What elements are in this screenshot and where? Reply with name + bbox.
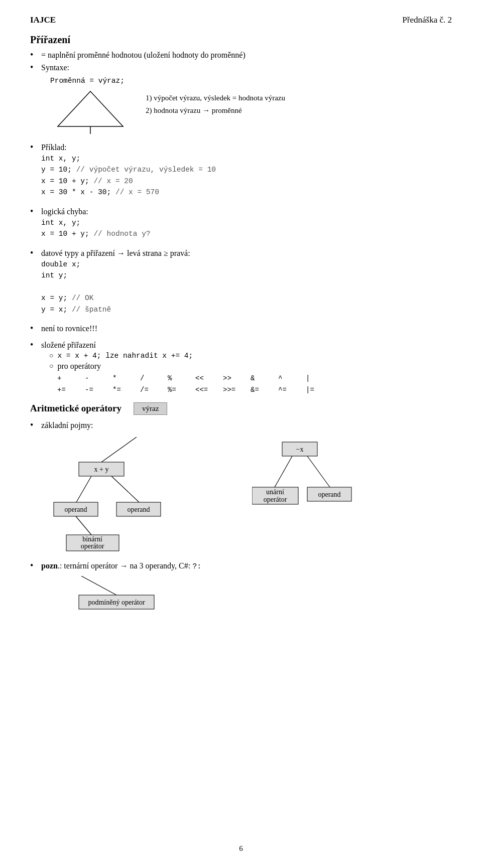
syntaxe-diagram: 1) výpočet výrazu, výsledek = hodnota vý… [50, 89, 452, 136]
op-shl: << [195, 373, 223, 384]
svg-line-11 [76, 516, 91, 535]
vyraz-label: výraz [142, 404, 159, 412]
op-minus: - [85, 373, 112, 384]
op-shreq: >>= [223, 384, 251, 395]
bullet-neni: • není to rovnice!!! [30, 324, 452, 334]
slozene-item-1: ○ x = x + 4; lze nahradit x += 4; [49, 352, 452, 360]
op-oreq: |= [306, 384, 333, 395]
binary-diagram-svg: x + y operand operand [51, 437, 222, 552]
op-pluseq: += [57, 384, 85, 395]
svg-text:−x: −x [296, 446, 304, 453]
op-mod: % [168, 373, 195, 384]
svg-text:operand: operand [127, 506, 150, 513]
bullet-meaning-text: = naplnění proměnné hodnotou (uložení ho… [41, 51, 452, 60]
bullet-slozene: • složené přiřazení ○ x = x + 4; lze nah… [30, 341, 452, 395]
zakladni-label: základní pojmy: [41, 421, 93, 429]
comment-2: // x = 20 [93, 177, 133, 185]
bullet-syntaxe: • Syntaxe: [30, 63, 452, 73]
diagram-binary: x + y operand operand [51, 437, 222, 552]
svg-text:binární: binární [82, 535, 102, 543]
bullet-icon-6: • [30, 323, 41, 334]
priklad-label: Příklad: [41, 143, 67, 152]
bullet-meaning: • = naplnění proměnné hodnotou (uložení … [30, 51, 452, 60]
section-datove: • datové typy a přiřazení → levá strana … [30, 249, 452, 317]
slozene-item-1-text: x = x + 4; lze nahradit x += 4; [57, 352, 193, 360]
priklad-line-3: x = 10 + y; // x = 20 [41, 176, 452, 187]
steps-block: 1) výpočet výrazu, výsledek = hodnota vý… [146, 94, 285, 115]
operators-row1: + - * / % << >> & ^ | [57, 373, 452, 384]
neni-text: není to rovnice!!! [41, 324, 452, 333]
op-or: | [306, 373, 333, 384]
op-and: & [251, 373, 278, 384]
priklad-line-4: x = 30 * x - 30; // x = 570 [41, 187, 452, 198]
priklad-content: Příklad: int x, y; y = 10; // výpočet vý… [41, 143, 452, 200]
vyraz-box: výraz [134, 402, 167, 415]
datove-content: datové typy a přiřazení → levá strana ≥ … [41, 249, 452, 317]
op-muleq: *= [112, 384, 140, 395]
op-shr: >> [223, 373, 251, 384]
int-keyword-3: int [41, 271, 54, 279]
svg-line-24 [81, 576, 116, 595]
bullet-zakladni: • základní pojmy: x + y [30, 421, 452, 552]
section-priklad: • Příklad: int x, y; y = 10; // výpočet … [30, 143, 452, 200]
svg-line-2 [101, 437, 137, 462]
svg-marker-0 [58, 91, 123, 126]
page-header: IAJCE Přednáška č. 2 [30, 15, 452, 25]
section-logicka-chyba: • logická chyba: int x, y; x = 10 + y; /… [30, 207, 452, 242]
arith-header: Aritmetické operátory výraz [30, 402, 452, 415]
slozene-label: složené přiřazení [41, 341, 96, 349]
logicka-line-2: x = 10 + y; // hodnota y? [41, 228, 452, 239]
pozn-label: pozn.: ternární operátor → na 3 operandy… [41, 561, 201, 570]
svg-line-6 [111, 476, 139, 502]
datove-line-4: x = y; // OK [41, 293, 452, 304]
operators-row2: += -= *= /= %= <<= >>= &= ^= |= [57, 384, 452, 395]
podmineny-svg: podmíněný operátor [71, 576, 172, 616]
arith-title: Aritmetické operátory [30, 403, 122, 414]
operators-table: + - * / % << >> & ^ | += -= *= /= %= [57, 373, 452, 395]
bullet-icon-7: • [30, 340, 41, 350]
bullet-pozn: • pozn.: ternární operátor → na 3 operan… [30, 561, 452, 618]
bullet-icon-2: • [30, 62, 41, 73]
datove-label: datové typy a přiřazení → levá strana ≥ … [41, 249, 190, 257]
triangle-svg [50, 89, 131, 134]
comment-1: // výpočet výrazu, výsledek = 10 [76, 166, 216, 174]
datove-line-2: int y; [41, 270, 452, 281]
circle-bullet-2: ○ [49, 362, 53, 370]
comment-6: // špatně [72, 306, 111, 314]
section-pozn: • pozn.: ternární operátor → na 3 operan… [30, 561, 452, 618]
triangle-diagram [50, 89, 131, 136]
course-title: IAJCE [30, 15, 56, 25]
unary-diagram-svg: −x unární operátor operand [252, 437, 363, 532]
circle-bullet-1: ○ [49, 352, 53, 360]
op-xor: ^ [278, 373, 306, 384]
svg-text:operand: operand [64, 506, 87, 513]
bullet-icon-5: • [30, 248, 41, 258]
svg-text:operátor: operátor [81, 542, 104, 550]
int-keyword-1: int [41, 155, 54, 163]
bullet-priklad: • Příklad: int x, y; y = 10; // výpočet … [30, 143, 452, 200]
bullet-icon: • [30, 50, 41, 60]
op-div: / [140, 373, 168, 384]
bullet-syntaxe-text: Syntaxe: [41, 63, 452, 72]
int-keyword-2: int [41, 219, 54, 227]
bullet-icon-4: • [30, 206, 41, 217]
logicka-code: int x, y; x = 10 + y; // hodnota y? [41, 217, 452, 240]
section-neni: • není to rovnice!!! [30, 324, 452, 334]
logicka-content: logická chyba: int x, y; x = 10 + y; // … [41, 207, 452, 242]
op-diveq: /= [140, 384, 168, 395]
op-plus: + [57, 373, 85, 384]
datove-line-5: y = x; // špatně [41, 304, 452, 315]
slozene-item-2-text: pro operátory [57, 362, 101, 371]
section-slozene: • složené přiřazení ○ x = x + 4; lze nah… [30, 341, 452, 395]
step2-text: 2) hodnota výrazu → proměnné [146, 106, 285, 115]
datove-code: double x; int y; x = y; // OK y = x; // … [41, 259, 452, 315]
priklad-line-2: y = 10; // výpočet výrazu, výsledek = 10 [41, 164, 452, 175]
step1-text: 1) výpočet výrazu, výsledek = hodnota vý… [146, 94, 285, 102]
section-arith: Aritmetické operátory výraz • základní p… [30, 402, 452, 552]
svg-text:x + y: x + y [94, 466, 109, 473]
bullet-datove: • datové typy a přiřazení → levá strana … [30, 249, 452, 317]
svg-text:unární: unární [266, 488, 284, 496]
svg-line-18 [307, 456, 330, 487]
priklad-line-1: int x, y; [41, 153, 452, 164]
section-title: Přířazení [30, 34, 452, 46]
